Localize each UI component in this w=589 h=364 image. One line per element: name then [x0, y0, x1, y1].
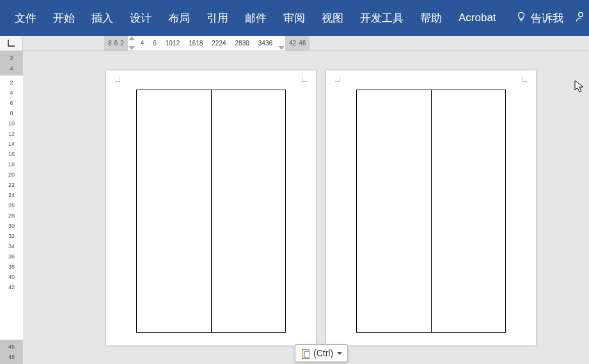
tab-mailings[interactable]: 邮件	[237, 0, 275, 36]
share-icon	[574, 10, 587, 26]
first-line-indent-icon	[129, 36, 135, 40]
vruler-tick: 40	[8, 274, 15, 280]
tab-design[interactable]: 设计	[122, 0, 160, 36]
vruler-tick: 8	[10, 110, 13, 116]
hruler-tick: 8	[107, 40, 113, 47]
vruler-top-margin: 2 4	[0, 51, 23, 75]
tab-insert-label: 插入	[91, 11, 113, 26]
hruler-tick: 6	[113, 40, 120, 47]
tab-view-label: 视图	[322, 11, 343, 26]
hruler-tick: 2	[119, 40, 125, 47]
hruler-left-margin: 8 6 2	[104, 36, 128, 51]
vruler-tick: 6	[10, 100, 13, 106]
hruler-tick: 2224	[210, 40, 227, 47]
crop-mark	[114, 75, 120, 82]
table-cell[interactable]	[212, 90, 286, 332]
vruler-tick: 34	[8, 243, 15, 249]
tell-me-button[interactable]: 告诉我	[507, 0, 572, 36]
tab-developer[interactable]: 开发工具	[352, 0, 412, 36]
tab-design-label: 设计	[130, 11, 152, 26]
tab-layout-label: 布局	[168, 11, 190, 26]
tab-file-label: 文件	[15, 11, 36, 26]
share-button[interactable]	[572, 0, 589, 36]
tab-mailings-label: 邮件	[245, 11, 267, 26]
vruler-tick: 38	[8, 264, 15, 270]
vruler-tick: 26	[8, 202, 15, 209]
vruler-tick: 16	[8, 151, 15, 157]
hruler-tick: 46	[297, 40, 307, 47]
tab-layout[interactable]: 布局	[160, 0, 198, 36]
tell-me-label: 告诉我	[531, 11, 563, 26]
table-cell[interactable]	[357, 90, 432, 332]
vruler-tick: 24	[8, 192, 15, 198]
crop-mark	[334, 75, 340, 82]
crop-mark	[302, 75, 308, 82]
chevron-down-icon	[337, 352, 342, 355]
hruler-tick: 1012	[164, 40, 181, 47]
vruler-tick: 2	[10, 79, 13, 86]
vruler-tick: 46	[8, 344, 15, 350]
vertical-ruler[interactable]: 2 4 2 4 6 8 10 12 14 16 18 20 22 24 26 2…	[0, 51, 23, 364]
hanging-indent-icon	[129, 46, 135, 50]
mouse-cursor	[574, 80, 586, 97]
svg-point-0	[578, 12, 583, 17]
vruler-tick: 12	[8, 131, 15, 137]
paste-options-popup[interactable]: (Ctrl)	[295, 344, 348, 362]
table-page-2[interactable]	[356, 90, 506, 333]
hruler-tick: 4	[139, 40, 146, 47]
indent-marker-left[interactable]	[128, 36, 136, 51]
tab-review-label: 审阅	[283, 11, 305, 26]
document-canvas[interactable]: (Ctrl)	[23, 51, 589, 364]
hruler-tick: 3436	[257, 40, 274, 47]
vruler-tick: 22	[8, 182, 15, 188]
workspace: 2 4 2 4 6 8 10 12 14 16 18 20 22 24 26 2…	[0, 51, 589, 364]
tab-review[interactable]: 审阅	[275, 0, 313, 36]
vruler-tick: 42	[8, 284, 15, 290]
table-cell[interactable]	[432, 90, 506, 332]
hruler-tick: 2830	[234, 40, 251, 47]
horizontal-ruler-row: 8 6 2 4 6 1012 1618 2224 2830 3436 42 46	[0, 36, 589, 51]
indent-marker-right[interactable]	[278, 36, 285, 51]
tab-acrobat-label: Acrobat	[459, 12, 496, 24]
vruler-body: 2 4 6 8 10 12 14 16 18 20 22 24 26 28 30…	[0, 75, 23, 340]
tab-stop-selector[interactable]	[0, 36, 23, 51]
vruler-tick: 30	[8, 223, 15, 229]
tab-references[interactable]: 引用	[198, 0, 237, 36]
vruler-tick: 36	[8, 253, 15, 260]
table-cell[interactable]	[137, 90, 212, 332]
vruler-tick: 18	[8, 161, 15, 168]
vruler-tick: 2	[10, 55, 13, 61]
tab-file[interactable]: 文件	[6, 0, 45, 36]
hruler-tick: 6	[152, 40, 158, 47]
hruler-tick: 1618	[187, 40, 204, 47]
tab-insert[interactable]: 插入	[83, 0, 122, 36]
right-indent-icon	[278, 46, 285, 50]
vruler-tick: 32	[8, 233, 15, 239]
vruler-tick: 4	[10, 90, 13, 96]
tab-help[interactable]: 帮助	[412, 0, 450, 36]
tab-help-label: 帮助	[420, 11, 442, 26]
vruler-bottom-margin: 46 48	[0, 340, 23, 364]
ribbon-tabs: 文件 开始 插入 设计 布局 引用 邮件 审阅 视图 开发工具 帮助 Acrob…	[0, 0, 589, 36]
page-2[interactable]	[326, 70, 536, 345]
tab-home[interactable]: 开始	[45, 0, 83, 36]
hruler-tick: 42	[288, 40, 297, 47]
vruler-tick: 20	[8, 171, 15, 178]
tab-references-label: 引用	[207, 11, 228, 26]
vruler-tick: 48	[8, 354, 15, 360]
hruler-body: 4 6 1012 1618 2224 2830 3436	[136, 36, 278, 51]
tab-home-label: 开始	[53, 11, 75, 26]
horizontal-ruler[interactable]: 8 6 2 4 6 1012 1618 2224 2830 3436 42 46	[104, 36, 310, 51]
tab-acrobat[interactable]: Acrobat	[450, 0, 505, 36]
hruler-right-margin: 42 46	[285, 36, 310, 51]
page-1[interactable]	[106, 70, 316, 345]
table-page-1[interactable]	[136, 90, 286, 333]
lightbulb-icon	[515, 11, 527, 26]
vruler-tick: 4	[10, 65, 13, 72]
tab-stop-icon	[8, 40, 15, 47]
vruler-tick: 10	[8, 120, 15, 127]
tab-developer-label: 开发工具	[360, 11, 404, 26]
paste-options-label: (Ctrl)	[313, 348, 333, 358]
crop-mark	[522, 75, 528, 82]
tab-view[interactable]: 视图	[313, 0, 352, 36]
